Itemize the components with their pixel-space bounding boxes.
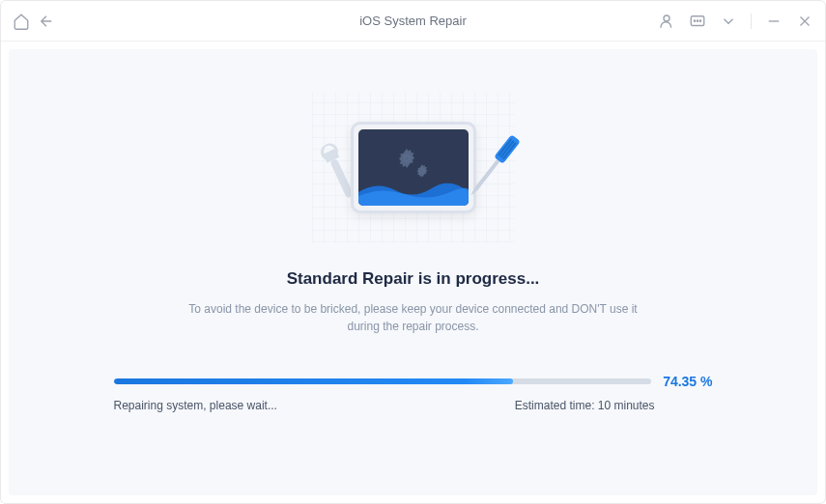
window-title: iOS System Repair (359, 14, 467, 28)
progress-percent-label: 74.35 % (663, 374, 712, 389)
svg-point-4 (699, 20, 700, 21)
progress-subtext: To avoid the device to be bricked, pleas… (172, 300, 655, 335)
svg-point-3 (697, 20, 698, 21)
back-icon[interactable] (38, 13, 55, 30)
close-icon[interactable] (796, 13, 813, 30)
progress-bar-fill (114, 378, 514, 384)
home-icon[interactable] (13, 13, 30, 30)
titlebar-right (658, 13, 813, 30)
titlebar-divider (751, 14, 752, 29)
feedback-icon[interactable] (689, 13, 706, 30)
app-window: iOS System Repair (0, 0, 826, 504)
svg-point-2 (694, 20, 695, 21)
progress-estimated-time: Estimated time: 10 minutes (515, 399, 655, 412)
progress-status-row: Repairing system, please wait... Estimat… (114, 399, 713, 412)
chevron-down-icon[interactable] (720, 13, 737, 30)
minimize-icon[interactable] (765, 13, 783, 30)
repair-illustration (312, 93, 515, 242)
progress-status-text: Repairing system, please wait... (114, 399, 277, 412)
device-icon (351, 122, 476, 213)
titlebar-left (13, 13, 55, 30)
svg-point-0 (664, 15, 669, 21)
titlebar: iOS System Repair (1, 1, 825, 42)
progress-bar-track (114, 378, 652, 384)
svg-marker-11 (469, 188, 476, 197)
user-icon[interactable] (658, 13, 675, 30)
progress-bar-wrapper: 74.35 % (114, 374, 713, 389)
main-content: Standard Repair is in progress... To avo… (9, 49, 817, 495)
svg-rect-10 (473, 159, 499, 190)
progress-heading: Standard Repair is in progress... (287, 269, 540, 289)
